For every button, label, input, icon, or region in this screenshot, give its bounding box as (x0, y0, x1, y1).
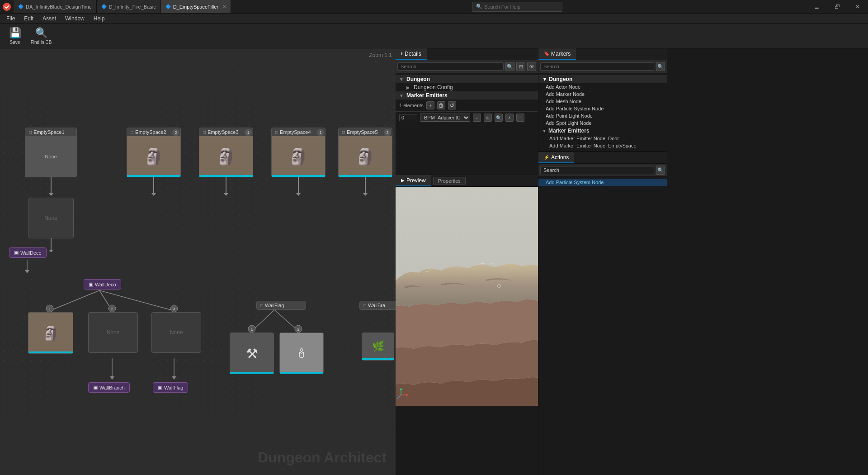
menu-window[interactable]: Window (61, 14, 89, 23)
details-search-input[interactable] (397, 62, 504, 71)
markers-search-input[interactable] (540, 62, 654, 71)
me-search-btn[interactable]: 🔍 (495, 114, 503, 122)
node-label: EmptySpace2 (135, 129, 166, 135)
me-arrow-left[interactable]: ← (473, 114, 481, 122)
svg-point-0 (3, 3, 11, 11)
details-search-bar: 🔍 ⊞ 👁 (396, 60, 538, 73)
menu-help[interactable]: Help (89, 14, 109, 23)
preview-panel-header: ▶ Preview Properties (396, 175, 538, 187)
walldeco-child1[interactable]: 🗿 (28, 312, 73, 354)
node-emptyspace1[interactable]: □ EmptySpace1 None None (25, 128, 77, 252)
markers-add-actor[interactable]: Add Actor Node (538, 83, 667, 90)
markers-emitters-subsection[interactable]: ▼ Marker Emitters (538, 127, 667, 135)
wallflag-child2[interactable]: 🕯 (279, 332, 324, 374)
markers-panel: 🔖 Markers 🔍 ▼ Dungeon Add Actor Node Add… (538, 48, 667, 152)
wallbranch-child1[interactable]: 🌿 (362, 332, 394, 361)
maximize-button[interactable]: 🗗 (827, 0, 848, 14)
search-help-box[interactable]: 🔍 (472, 2, 562, 12)
menu-asset[interactable]: Asset (38, 14, 61, 23)
node-label: WallBra (368, 303, 385, 308)
add-marker-emitter-button[interactable]: + (426, 101, 434, 109)
walldeco-mid-node[interactable]: ▣ WallDeco (84, 279, 121, 290)
menu-file[interactable]: File (2, 14, 19, 23)
delete-marker-emitter-button[interactable]: 🗑 (437, 101, 445, 109)
node-label: EmptySpace1 (33, 129, 64, 135)
walldeco-child3[interactable]: None (151, 312, 201, 353)
minimize-button[interactable]: 🗕 (807, 0, 827, 14)
actions-search-button[interactable]: 🔍 (656, 166, 665, 175)
markers-add-spot-light[interactable]: Add Spot Light Node (538, 119, 667, 127)
tab-da-infinityblade[interactable]: 🔷 DA_InfinityBlade_DesignTime (14, 0, 97, 13)
wallflag-right-node[interactable]: □ WallFlag (256, 301, 306, 310)
tab-empty-space[interactable]: 🔷 D_EmptySpaceFiller ✕ (161, 0, 231, 13)
me-dot-btn[interactable]: ⋯ (516, 114, 524, 122)
connector (153, 177, 154, 193)
wallflag-bottom-node[interactable]: ▣ WallFlag (153, 382, 188, 393)
markers-dungeon-section: ▼ Dungeon (538, 75, 667, 83)
details-tab[interactable]: ℹ Details (396, 48, 427, 60)
markers-tab[interactable]: 🔖 Markers (538, 48, 576, 60)
arrow-icon (49, 193, 53, 196)
actions-tree: Add Particle System Node (538, 177, 667, 475)
me-value[interactable]: 0 (399, 114, 417, 121)
details-tab-icon: ℹ (401, 51, 403, 56)
markers-tab-icon: 🔖 (544, 51, 549, 56)
walldeco-top-node[interactable]: ▣ WallDeco (9, 247, 47, 258)
me-link-btn[interactable]: × (505, 114, 514, 122)
wallbranch-label: WallBranch (99, 385, 125, 390)
tab-label-0: DA_InfinityBlade_DesignTime (26, 4, 92, 10)
search-help-input[interactable] (484, 4, 558, 10)
wallbranch-right-node[interactable]: □ WallBra (359, 301, 396, 310)
node-emptyspace5[interactable]: 3 □ EmptySpace5 🗿 (338, 128, 392, 196)
properties-button[interactable]: Properties (433, 177, 466, 185)
title-bar: 🔷 DA_InfinityBlade_DesignTime 🔷 D_Infini… (0, 0, 868, 14)
node-emptyspace2[interactable]: 2 □ EmptySpace2 🗿 (127, 128, 181, 196)
markers-add-point-light[interactable]: Add Point Light Node (538, 112, 667, 119)
close-window-button[interactable]: ✕ (848, 0, 868, 14)
actions-add-particle[interactable]: Add Particle System Node (538, 179, 667, 186)
node-emptyspace3[interactable]: 1 □ EmptySpace3 🗿 (199, 128, 253, 196)
markers-add-mesh[interactable]: Add Mesh Node (538, 98, 667, 105)
preview-tab[interactable]: ▶ Preview (396, 175, 431, 186)
tree-dungeon-config[interactable]: ▶ Dungeon Config (396, 83, 538, 91)
actions-tab-icon: ⚡ (544, 155, 549, 160)
menu-edit[interactable]: Edit (19, 14, 38, 23)
node-label: EmptySpace3 (208, 129, 238, 135)
close-icon[interactable]: ✕ (222, 4, 226, 9)
details-search-button[interactable]: 🔍 (505, 62, 514, 71)
details-grid-button[interactable]: ⊞ (516, 62, 525, 71)
find-in-cb-button[interactable]: 🔍 Find in CB (30, 25, 52, 47)
markers-add-marker[interactable]: Add Marker Node (538, 90, 667, 98)
save-button[interactable]: 💾 Save (4, 25, 26, 47)
save-icon: 💾 (9, 27, 21, 39)
me-add-btn[interactable]: ⊕ (484, 114, 492, 122)
actions-tab[interactable]: ⚡ Actions (538, 152, 574, 163)
reset-marker-emitter-button[interactable]: ↺ (448, 101, 456, 109)
node-icon: □ (203, 130, 206, 135)
actions-search-input[interactable] (540, 166, 654, 174)
dungeon-section-label: Dungeon (406, 76, 430, 82)
wallflag-child1[interactable]: ⚒ (230, 332, 274, 374)
menu-bar: File Edit Asset Window Help (0, 14, 868, 24)
canvas-area[interactable]: Zoom 1:1 □ EmptySpace1 None None (0, 48, 396, 475)
markers-add-emitter-door[interactable]: Add Marker Emitter Node: Door (538, 135, 667, 142)
markers-add-emitter-emptyspace[interactable]: Add Marker Emitter Node: EmptySpace (538, 142, 667, 149)
wallbranch-bottom-node[interactable]: ▣ WallBranch (88, 382, 130, 393)
actions-panel-header: ⚡ Actions (538, 152, 667, 164)
tree-dungeon-section[interactable]: ▼ Dungeon (396, 75, 538, 83)
me-dropdown[interactable]: BPM_AdjacentC (420, 114, 470, 122)
me-value-row: 0 BPM_AdjacentC ← ⊕ 🔍 × ⋯ (396, 112, 538, 124)
wallflag-label: WallFlag (164, 385, 183, 390)
walldeco-mid-label: WallDeco (95, 282, 116, 287)
walldeco-child2[interactable]: None (88, 312, 138, 353)
tree-marker-emitters-section[interactable]: ▼ Marker Emitters (396, 91, 538, 100)
markers-search-button[interactable]: 🔍 (656, 62, 665, 71)
tab-infinity-fire[interactable]: 🔷 D_Infinity_Fire_Basic (97, 0, 161, 13)
markers-add-particle[interactable]: Add Particle System Node (538, 105, 667, 112)
node-label: WallFlag (265, 303, 284, 308)
app-icon (0, 0, 14, 14)
details-eye-button[interactable]: 👁 (527, 62, 536, 71)
none-box[interactable]: None (28, 198, 74, 238)
connector (51, 177, 52, 193)
node-emptyspace4[interactable]: 1 □ EmptySpace4 🗿 (271, 128, 326, 196)
